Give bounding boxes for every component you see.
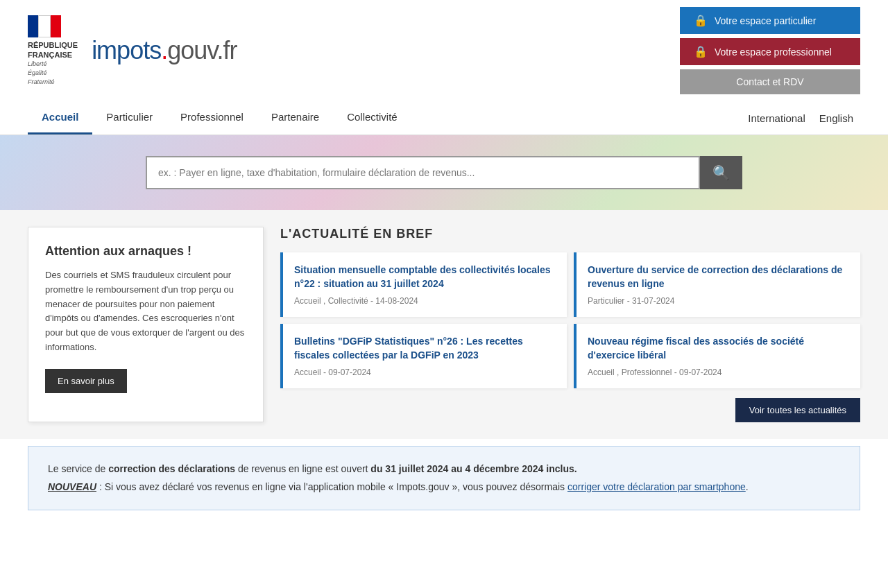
header: RÉPUBLIQUE FRANÇAISE LibertéÉgalitéFrate…: [0, 0, 888, 94]
search-input[interactable]: [146, 156, 700, 189]
btn-voir-actualites[interactable]: Voir toutes les actualités: [735, 398, 860, 422]
flag-red: [51, 15, 61, 37]
header-left: RÉPUBLIQUE FRANÇAISE LibertéÉgalitéFrate…: [28, 15, 237, 86]
alert-text: Des courriels et SMS frauduleux circulen…: [45, 268, 246, 355]
info-text-before: Le service de: [48, 463, 108, 474]
nav-item-english[interactable]: English: [812, 103, 860, 134]
main-content: Attention aux arnaques ! Des courriels e…: [0, 210, 888, 439]
flag-blue: [28, 15, 38, 37]
nav-item-partenaire[interactable]: Partenaire: [257, 101, 333, 135]
republic-logo: RÉPUBLIQUE FRANÇAISE LibertéÉgalitéFrate…: [28, 15, 78, 86]
info-box: Le service de correction des déclaration…: [28, 446, 860, 510]
info-box-paragraph2: NOUVEAU : Si vous avez déclaré vos reven…: [48, 478, 840, 496]
news-card-2-title: Ouverture du service de correction des d…: [588, 263, 849, 291]
search-icon: 🔍: [712, 165, 730, 180]
news-card-3[interactable]: Bulletins "DGFiP Statistiques" n°26 : Le…: [280, 324, 567, 388]
btn-espace-professionnel[interactable]: 🔒 Votre espace professionnel: [680, 38, 860, 65]
news-card-2-meta: Particulier - 31-07-2024: [588, 296, 849, 306]
hero-section: 🔍: [0, 135, 888, 210]
nav-item-particulier[interactable]: Particulier: [92, 101, 166, 135]
header-actions: 🔒 Votre espace particulier 🔒 Votre espac…: [680, 7, 860, 94]
news-grid: Situation mensuelle comptable des collec…: [280, 252, 860, 388]
french-flag: [28, 15, 61, 37]
nav-item-accueil[interactable]: Accueil: [28, 101, 92, 135]
info-link-smartphone[interactable]: corriger votre déclaration par smartphon…: [567, 481, 746, 492]
flag-white: [38, 15, 50, 37]
news-section-title: L'ACTUALITÉ EN BREF: [280, 227, 860, 241]
news-card-2[interactable]: Ouverture du service de correction des d…: [574, 252, 860, 317]
btn-contact-rdv[interactable]: Contact et RDV: [680, 69, 860, 94]
nav-item-professionnel[interactable]: Professionnel: [166, 101, 257, 135]
info-text2: : Si vous avez déclaré vos revenus en li…: [96, 481, 567, 492]
site-title: impots.gouv.fr: [92, 36, 237, 65]
news-card-1[interactable]: Situation mensuelle comptable des collec…: [280, 252, 567, 317]
alert-title: Attention aux arnaques !: [45, 244, 246, 259]
nav-item-international[interactable]: International: [741, 103, 812, 134]
news-card-4[interactable]: Nouveau régime fiscal des associés de so…: [574, 324, 860, 388]
info-text-middle: de revenus en ligne est ouvert: [235, 463, 370, 474]
btn-en-savoir-plus[interactable]: En savoir plus: [45, 369, 127, 393]
btn-espace-particulier[interactable]: 🔒 Votre espace particulier: [680, 7, 860, 34]
news-section: L'ACTUALITÉ EN BREF Situation mensuelle …: [280, 227, 860, 422]
news-card-1-title: Situation mensuelle comptable des collec…: [294, 263, 556, 291]
info-box-paragraph1: Le service de correction des déclaration…: [48, 460, 840, 478]
info-highlight1: correction des déclarations: [108, 463, 235, 474]
voir-btn-row: Voir toutes les actualités: [280, 398, 860, 422]
nav-item-collectivite[interactable]: Collectivité: [333, 101, 411, 135]
search-bar: 🔍: [146, 156, 742, 189]
news-card-3-title: Bulletins "DGFiP Statistiques" n°26 : Le…: [294, 335, 556, 362]
news-card-3-meta: Accueil - 09-07-2024: [294, 368, 556, 377]
news-card-1-meta: Accueil , Collectivité - 14-08-2024: [294, 296, 556, 306]
info-nouveau-label: NOUVEAU: [48, 481, 96, 492]
main-nav: Accueil Particulier Professionnel Parten…: [0, 101, 888, 135]
news-card-4-meta: Accueil , Professionnel - 09-07-2024: [588, 368, 849, 377]
rf-subtitle: LibertéÉgalitéFraternité: [28, 60, 55, 86]
info-text3: .: [746, 481, 749, 492]
rf-title: RÉPUBLIQUE FRANÇAISE: [28, 40, 78, 60]
alert-box: Attention aux arnaques ! Des courriels e…: [28, 227, 264, 422]
search-button[interactable]: 🔍: [700, 156, 742, 189]
lock-icon-particulier: 🔒: [694, 14, 708, 27]
news-card-4-title: Nouveau régime fiscal des associés de so…: [588, 335, 849, 362]
lock-icon-professionnel: 🔒: [694, 45, 708, 58]
info-highlight2: du 31 juillet 2024 au 4 décembre 2024 in…: [370, 463, 577, 474]
